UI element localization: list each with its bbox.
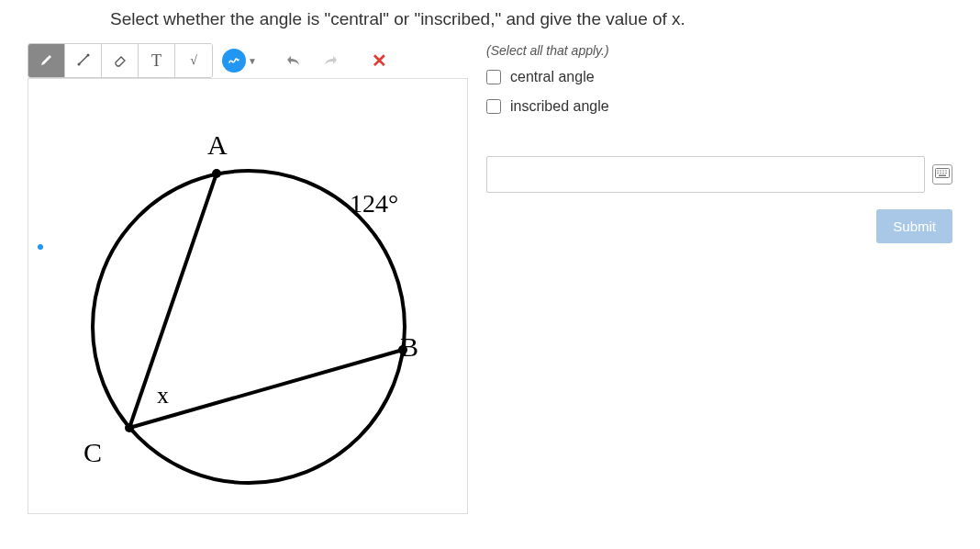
sqrt-icon: √ (190, 53, 197, 68)
eraser-tool[interactable] (102, 44, 139, 77)
svg-point-8 (125, 423, 134, 432)
svg-point-11 (940, 170, 941, 172)
line-tool[interactable] (65, 44, 102, 77)
line-icon (76, 52, 91, 70)
label-a: A (207, 129, 228, 161)
answer-row (486, 156, 952, 193)
svg-rect-18 (939, 175, 946, 177)
undo-redo-group: ✕ (284, 50, 387, 72)
drawing-panel: T √ ▼ (28, 43, 468, 514)
redo-button[interactable] (321, 51, 340, 71)
svg-line-0 (79, 55, 88, 64)
drawing-toolbar: T √ ▼ (28, 43, 468, 78)
central-checkbox[interactable] (486, 70, 501, 84)
inscribed-checkbox[interactable] (486, 99, 501, 114)
svg-point-14 (937, 173, 939, 174)
text-icon: T (151, 51, 161, 71)
chevron-down-icon[interactable]: ▼ (248, 56, 257, 66)
cursor-dot (38, 244, 43, 250)
pencil-tool[interactable] (28, 44, 65, 77)
close-icon: ✕ (372, 50, 387, 71)
svg-point-17 (945, 173, 947, 174)
svg-point-10 (937, 170, 939, 172)
svg-point-16 (942, 173, 944, 174)
svg-point-1 (77, 62, 80, 65)
math-tool[interactable]: √ (175, 44, 212, 77)
answer-input[interactable] (486, 156, 925, 193)
central-label[interactable]: central angle (510, 69, 595, 85)
svg-point-6 (212, 169, 221, 178)
checkbox-row-central: central angle (486, 69, 952, 85)
submit-row: Submit (486, 209, 952, 243)
label-arc: 124° (350, 189, 398, 218)
virtual-keyboard-button[interactable] (932, 164, 952, 185)
color-picker[interactable] (222, 49, 246, 73)
answer-panel: (Select all that apply.) central angle i… (486, 43, 952, 514)
scribble-icon (228, 53, 240, 69)
svg-point-13 (945, 170, 947, 172)
undo-button[interactable] (284, 51, 303, 71)
select-instruction: (Select all that apply.) (486, 43, 952, 58)
label-x: x (157, 382, 169, 409)
svg-point-2 (86, 53, 89, 56)
undo-icon (284, 51, 303, 70)
pencil-icon (39, 52, 54, 70)
label-b: B (400, 331, 418, 363)
label-c: C (84, 437, 102, 468)
question-title: Select whether the angle is "central" or… (110, 9, 952, 29)
redo-icon (321, 51, 340, 70)
clear-button[interactable]: ✕ (372, 50, 387, 72)
text-tool[interactable]: T (139, 44, 175, 77)
geometry-diagram (65, 129, 432, 497)
svg-point-12 (942, 170, 944, 172)
keyboard-icon (935, 168, 950, 181)
drawing-canvas[interactable]: A 124° B C x (28, 78, 468, 514)
svg-point-15 (940, 173, 941, 174)
svg-line-5 (129, 350, 403, 428)
tool-group: T √ (28, 43, 213, 78)
checkbox-row-inscribed: inscribed angle (486, 98, 952, 115)
eraser-icon (113, 52, 128, 70)
submit-button[interactable]: Submit (876, 209, 952, 243)
inscribed-label[interactable]: inscribed angle (510, 98, 609, 115)
